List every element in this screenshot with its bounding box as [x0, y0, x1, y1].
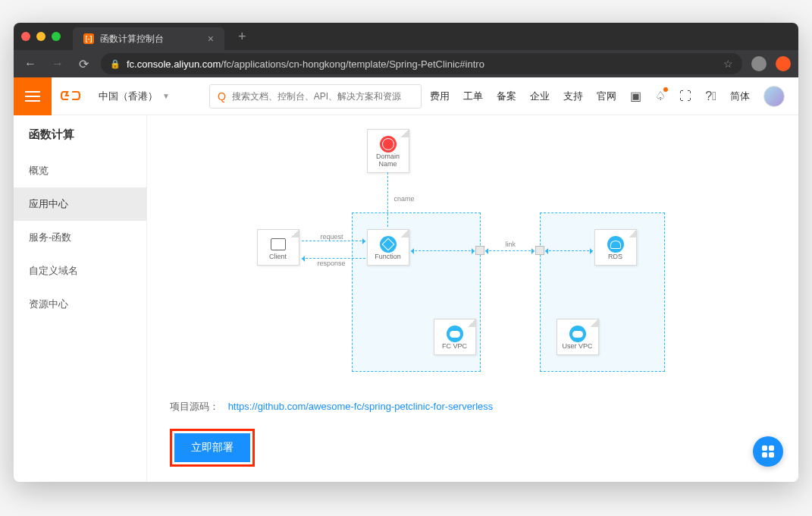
- connector-line: [387, 172, 388, 227]
- sidebar-item-appcenter[interactable]: 应用中心: [14, 187, 146, 221]
- connector-line: [485, 250, 535, 251]
- notification-icon[interactable]: ♤: [655, 89, 666, 103]
- search-input[interactable]: [232, 91, 413, 102]
- browser-tab-bar: [-] 函数计算控制台 × +: [14, 23, 798, 50]
- new-tab-button[interactable]: +: [230, 29, 254, 45]
- nav-back-icon[interactable]: ←: [21, 54, 39, 74]
- node-uservpc: User VPC: [556, 319, 599, 355]
- source-line: 项目源码： https://github.com/awesome-fc/spri…: [170, 400, 776, 414]
- nav-ticket[interactable]: 工单: [463, 90, 483, 103]
- terminal-icon[interactable]: ▣: [630, 89, 641, 103]
- main-content: Domain Name Client Function RDS FC VPC U…: [147, 115, 798, 482]
- tab-favicon: [-]: [83, 33, 94, 44]
- node-function: Function: [367, 229, 409, 266]
- grid-icon: [762, 445, 774, 458]
- label-response: response: [315, 260, 348, 267]
- label-cname: cname: [392, 195, 417, 203]
- connector-line: [411, 250, 475, 251]
- cart-icon[interactable]: ⛶: [679, 90, 691, 103]
- cloud-icon: [569, 326, 586, 342]
- sidebar-item-resources[interactable]: 资源中心: [14, 288, 146, 321]
- window-controls: [21, 32, 67, 41]
- region-selector[interactable]: 中国（香港） ▼: [89, 90, 179, 103]
- nav-reload-icon[interactable]: ⟳: [76, 54, 92, 74]
- connector-line: [302, 241, 365, 241]
- label-request: request: [318, 233, 346, 241]
- extension-icon[interactable]: [776, 56, 791, 71]
- profile-icon[interactable]: [751, 56, 767, 71]
- function-icon: [380, 236, 397, 253]
- node-fcvpc: FC VPC: [434, 319, 476, 355]
- window-close[interactable]: [21, 32, 30, 41]
- sidebar-title: 函数计算: [14, 115, 146, 154]
- tab-title: 函数计算控制台: [100, 33, 164, 46]
- window-maximize[interactable]: [52, 32, 61, 41]
- cloud-icon: [447, 326, 463, 342]
- address-bar: ← → ⟳ 🔒 fc.console.aliyun.com/fc/applica…: [14, 50, 798, 77]
- sidebar-item-domains[interactable]: 自定义域名: [14, 254, 146, 288]
- url-input[interactable]: 🔒 fc.console.aliyun.com/fc/applications/…: [101, 53, 742, 74]
- nav-fee[interactable]: 费用: [430, 90, 450, 103]
- nav-forward-icon[interactable]: →: [49, 54, 67, 74]
- sidebar: 函数计算 概览 应用中心 服务-函数 自定义域名 资源中心: [14, 115, 147, 482]
- sidebar-item-overview[interactable]: 概览: [14, 154, 146, 187]
- connector-line: [545, 250, 593, 251]
- apps-fab[interactable]: [753, 436, 783, 467]
- search-icon: Q: [218, 90, 226, 102]
- window-minimize[interactable]: [36, 32, 45, 41]
- sidebar-item-services[interactable]: 服务-函数: [14, 221, 146, 254]
- connector-line: [302, 258, 365, 259]
- nav-enterprise[interactable]: 企业: [530, 90, 550, 103]
- chevron-down-icon: ▼: [162, 92, 170, 100]
- nav-support[interactable]: 支持: [563, 90, 583, 103]
- url-text: fc.console.aliyun.com/fc/applications/cn…: [127, 58, 484, 70]
- app-header: 中国（香港） ▼ Q 费用 工单 备案 企业 支持 官网 ▣ ♤ ⛶ ?⃝ 简体: [14, 77, 798, 115]
- monitor-icon: [270, 236, 287, 253]
- node-client: Client: [257, 229, 299, 266]
- tab-close-icon[interactable]: ×: [208, 33, 214, 45]
- bookmark-icon[interactable]: ☆: [723, 58, 733, 70]
- nav-official[interactable]: 官网: [597, 90, 616, 103]
- architecture-diagram: Domain Name Client Function RDS FC VPC U…: [246, 123, 701, 389]
- region-label: 中国（香港）: [99, 90, 158, 103]
- lang-switch[interactable]: 简体: [730, 90, 750, 103]
- aliyun-logo[interactable]: [52, 90, 89, 103]
- hamburger-icon: [25, 96, 40, 97]
- global-search[interactable]: Q: [209, 84, 422, 109]
- database-icon: [607, 236, 624, 253]
- label-link: link: [503, 241, 519, 248]
- help-icon[interactable]: ?⃝: [705, 90, 716, 103]
- menu-toggle-button[interactable]: [14, 77, 52, 115]
- node-domain: Domain Name: [367, 129, 409, 173]
- browser-tab[interactable]: [-] 函数计算控制台 ×: [73, 27, 224, 50]
- deploy-button[interactable]: 立即部署: [174, 433, 250, 462]
- source-link[interactable]: https://github.com/awesome-fc/spring-pet…: [228, 401, 494, 412]
- nav-beian[interactable]: 备案: [497, 90, 516, 103]
- node-rds: RDS: [594, 229, 637, 266]
- globe-icon: [380, 136, 397, 153]
- user-avatar[interactable]: [763, 86, 785, 107]
- header-nav: 费用 工单 备案 企业 支持 官网 ▣ ♤ ⛶ ?⃝ 简体: [430, 86, 798, 107]
- source-label: 项目源码：: [170, 401, 219, 412]
- deploy-highlight: 立即部署: [170, 429, 255, 467]
- lock-icon: 🔒: [110, 59, 121, 69]
